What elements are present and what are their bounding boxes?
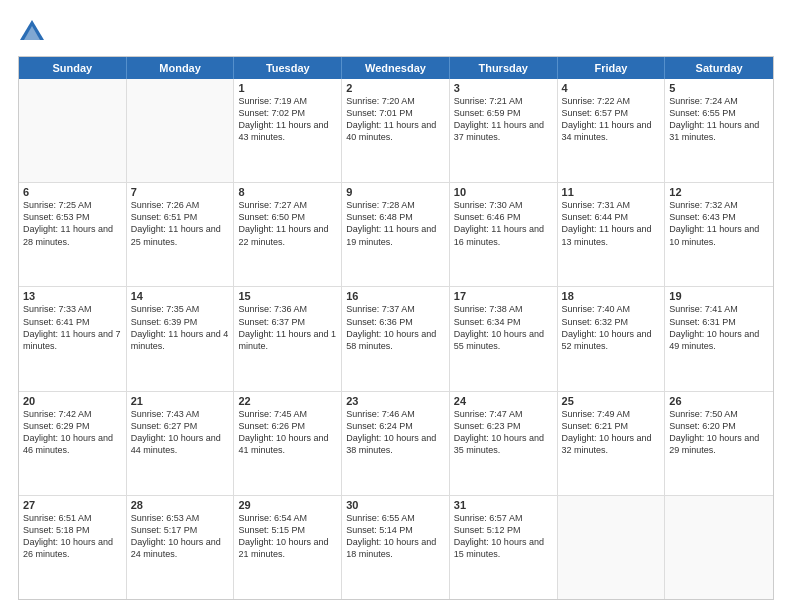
day-number: 27	[23, 499, 122, 511]
cell-info: Sunrise: 7:41 AMSunset: 6:31 PMDaylight:…	[669, 303, 769, 352]
cell-info: Sunrise: 7:50 AMSunset: 6:20 PMDaylight:…	[669, 408, 769, 457]
cell-info: Sunrise: 7:37 AMSunset: 6:36 PMDaylight:…	[346, 303, 445, 352]
cell-info: Sunrise: 7:31 AMSunset: 6:44 PMDaylight:…	[562, 199, 661, 248]
cell-info: Sunrise: 7:36 AMSunset: 6:37 PMDaylight:…	[238, 303, 337, 352]
day-number: 23	[346, 395, 445, 407]
day-number: 26	[669, 395, 769, 407]
day-number: 9	[346, 186, 445, 198]
calendar-body: 1 Sunrise: 7:19 AMSunset: 7:02 PMDayligh…	[19, 79, 773, 599]
day-number: 18	[562, 290, 661, 302]
calendar-cell	[127, 79, 235, 182]
cell-info: Sunrise: 7:30 AMSunset: 6:46 PMDaylight:…	[454, 199, 553, 248]
cell-info: Sunrise: 7:25 AMSunset: 6:53 PMDaylight:…	[23, 199, 122, 248]
day-number: 28	[131, 499, 230, 511]
calendar-cell: 17 Sunrise: 7:38 AMSunset: 6:34 PMDaylig…	[450, 287, 558, 390]
header-day-wednesday: Wednesday	[342, 57, 450, 79]
calendar-week-3: 13 Sunrise: 7:33 AMSunset: 6:41 PMDaylig…	[19, 287, 773, 391]
day-number: 15	[238, 290, 337, 302]
day-number: 8	[238, 186, 337, 198]
calendar-week-5: 27 Sunrise: 6:51 AMSunset: 5:18 PMDaylig…	[19, 496, 773, 599]
day-number: 4	[562, 82, 661, 94]
calendar-cell: 20 Sunrise: 7:42 AMSunset: 6:29 PMDaylig…	[19, 392, 127, 495]
cell-info: Sunrise: 7:32 AMSunset: 6:43 PMDaylight:…	[669, 199, 769, 248]
cell-info: Sunrise: 6:57 AMSunset: 5:12 PMDaylight:…	[454, 512, 553, 561]
cell-info: Sunrise: 7:33 AMSunset: 6:41 PMDaylight:…	[23, 303, 122, 352]
calendar-cell: 6 Sunrise: 7:25 AMSunset: 6:53 PMDayligh…	[19, 183, 127, 286]
calendar-cell: 13 Sunrise: 7:33 AMSunset: 6:41 PMDaylig…	[19, 287, 127, 390]
cell-info: Sunrise: 6:53 AMSunset: 5:17 PMDaylight:…	[131, 512, 230, 561]
calendar-cell: 26 Sunrise: 7:50 AMSunset: 6:20 PMDaylig…	[665, 392, 773, 495]
logo-icon	[18, 18, 46, 46]
logo	[18, 18, 50, 46]
calendar-cell: 14 Sunrise: 7:35 AMSunset: 6:39 PMDaylig…	[127, 287, 235, 390]
cell-info: Sunrise: 7:40 AMSunset: 6:32 PMDaylight:…	[562, 303, 661, 352]
day-number: 14	[131, 290, 230, 302]
calendar-cell	[665, 496, 773, 599]
calendar-cell: 15 Sunrise: 7:36 AMSunset: 6:37 PMDaylig…	[234, 287, 342, 390]
cell-info: Sunrise: 7:20 AMSunset: 7:01 PMDaylight:…	[346, 95, 445, 144]
day-number: 29	[238, 499, 337, 511]
calendar: SundayMondayTuesdayWednesdayThursdayFrid…	[18, 56, 774, 600]
header-day-saturday: Saturday	[665, 57, 773, 79]
cell-info: Sunrise: 7:42 AMSunset: 6:29 PMDaylight:…	[23, 408, 122, 457]
cell-info: Sunrise: 7:21 AMSunset: 6:59 PMDaylight:…	[454, 95, 553, 144]
day-number: 2	[346, 82, 445, 94]
cell-info: Sunrise: 7:27 AMSunset: 6:50 PMDaylight:…	[238, 199, 337, 248]
cell-info: Sunrise: 6:55 AMSunset: 5:14 PMDaylight:…	[346, 512, 445, 561]
day-number: 22	[238, 395, 337, 407]
calendar-cell: 31 Sunrise: 6:57 AMSunset: 5:12 PMDaylig…	[450, 496, 558, 599]
day-number: 6	[23, 186, 122, 198]
day-number: 17	[454, 290, 553, 302]
calendar-cell: 25 Sunrise: 7:49 AMSunset: 6:21 PMDaylig…	[558, 392, 666, 495]
day-number: 16	[346, 290, 445, 302]
day-number: 12	[669, 186, 769, 198]
calendar-week-2: 6 Sunrise: 7:25 AMSunset: 6:53 PMDayligh…	[19, 183, 773, 287]
calendar-cell: 29 Sunrise: 6:54 AMSunset: 5:15 PMDaylig…	[234, 496, 342, 599]
day-number: 25	[562, 395, 661, 407]
day-number: 1	[238, 82, 337, 94]
calendar-cell	[19, 79, 127, 182]
calendar-cell: 16 Sunrise: 7:37 AMSunset: 6:36 PMDaylig…	[342, 287, 450, 390]
calendar-cell: 27 Sunrise: 6:51 AMSunset: 5:18 PMDaylig…	[19, 496, 127, 599]
day-number: 3	[454, 82, 553, 94]
day-number: 31	[454, 499, 553, 511]
header-day-sunday: Sunday	[19, 57, 127, 79]
cell-info: Sunrise: 7:24 AMSunset: 6:55 PMDaylight:…	[669, 95, 769, 144]
day-number: 24	[454, 395, 553, 407]
calendar-cell: 12 Sunrise: 7:32 AMSunset: 6:43 PMDaylig…	[665, 183, 773, 286]
day-number: 11	[562, 186, 661, 198]
day-number: 19	[669, 290, 769, 302]
header-day-monday: Monday	[127, 57, 235, 79]
calendar-cell: 5 Sunrise: 7:24 AMSunset: 6:55 PMDayligh…	[665, 79, 773, 182]
cell-info: Sunrise: 6:51 AMSunset: 5:18 PMDaylight:…	[23, 512, 122, 561]
calendar-week-4: 20 Sunrise: 7:42 AMSunset: 6:29 PMDaylig…	[19, 392, 773, 496]
cell-info: Sunrise: 7:26 AMSunset: 6:51 PMDaylight:…	[131, 199, 230, 248]
calendar-cell: 24 Sunrise: 7:47 AMSunset: 6:23 PMDaylig…	[450, 392, 558, 495]
cell-info: Sunrise: 7:38 AMSunset: 6:34 PMDaylight:…	[454, 303, 553, 352]
calendar-cell: 8 Sunrise: 7:27 AMSunset: 6:50 PMDayligh…	[234, 183, 342, 286]
day-number: 13	[23, 290, 122, 302]
calendar-cell: 2 Sunrise: 7:20 AMSunset: 7:01 PMDayligh…	[342, 79, 450, 182]
day-number: 30	[346, 499, 445, 511]
calendar-cell: 10 Sunrise: 7:30 AMSunset: 6:46 PMDaylig…	[450, 183, 558, 286]
header-day-tuesday: Tuesday	[234, 57, 342, 79]
cell-info: Sunrise: 7:19 AMSunset: 7:02 PMDaylight:…	[238, 95, 337, 144]
cell-info: Sunrise: 7:28 AMSunset: 6:48 PMDaylight:…	[346, 199, 445, 248]
day-number: 21	[131, 395, 230, 407]
header-day-friday: Friday	[558, 57, 666, 79]
calendar-cell: 7 Sunrise: 7:26 AMSunset: 6:51 PMDayligh…	[127, 183, 235, 286]
cell-info: Sunrise: 7:22 AMSunset: 6:57 PMDaylight:…	[562, 95, 661, 144]
calendar-cell: 9 Sunrise: 7:28 AMSunset: 6:48 PMDayligh…	[342, 183, 450, 286]
calendar-cell: 28 Sunrise: 6:53 AMSunset: 5:17 PMDaylig…	[127, 496, 235, 599]
page: SundayMondayTuesdayWednesdayThursdayFrid…	[0, 0, 792, 612]
calendar-cell: 30 Sunrise: 6:55 AMSunset: 5:14 PMDaylig…	[342, 496, 450, 599]
cell-info: Sunrise: 7:45 AMSunset: 6:26 PMDaylight:…	[238, 408, 337, 457]
day-number: 20	[23, 395, 122, 407]
cell-info: Sunrise: 7:46 AMSunset: 6:24 PMDaylight:…	[346, 408, 445, 457]
calendar-cell: 1 Sunrise: 7:19 AMSunset: 7:02 PMDayligh…	[234, 79, 342, 182]
calendar-cell: 23 Sunrise: 7:46 AMSunset: 6:24 PMDaylig…	[342, 392, 450, 495]
header-day-thursday: Thursday	[450, 57, 558, 79]
calendar-cell: 3 Sunrise: 7:21 AMSunset: 6:59 PMDayligh…	[450, 79, 558, 182]
header	[18, 18, 774, 46]
calendar-cell: 22 Sunrise: 7:45 AMSunset: 6:26 PMDaylig…	[234, 392, 342, 495]
